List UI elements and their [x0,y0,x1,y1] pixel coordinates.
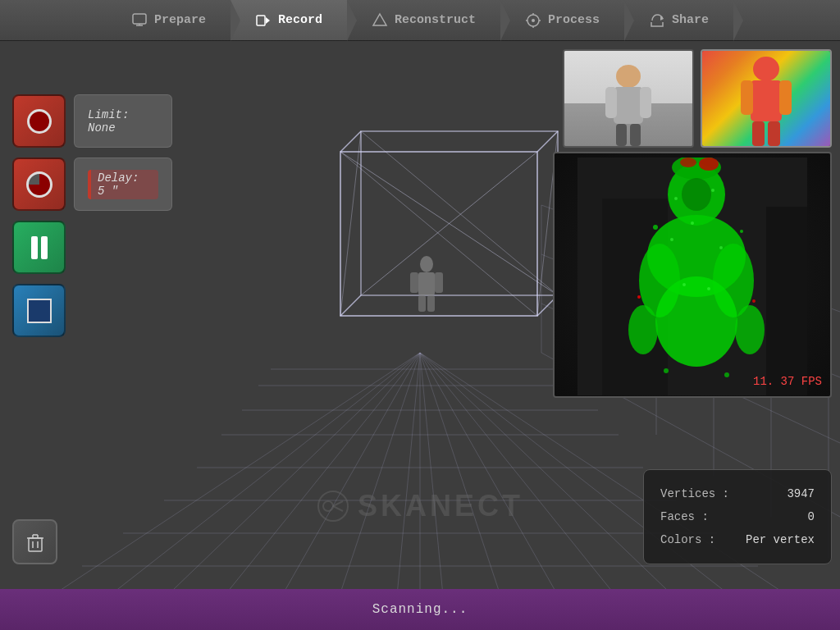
timer-button[interactable] [12,158,66,211]
faces-label: Faces : [660,505,709,528]
svg-line-52 [340,295,361,316]
svg-rect-64 [418,295,426,312]
fps-display: 11. 37 FPS [753,375,822,388]
nav-record[interactable]: Record [231,0,347,40]
svg-point-105 [682,283,686,286]
watermark-text: SKANECT [358,489,523,523]
left-controls-panel [12,94,66,337]
process-icon [525,12,541,29]
svg-point-95 [740,230,743,233]
svg-rect-65 [427,295,435,312]
reconstruct-icon [372,12,388,29]
main-area: .grid-line { stroke: rgba(180,180,220,0.… [0,41,840,630]
vertices-label: Vertices : [660,482,729,505]
delay-label: Delay: 5 " [88,170,158,199]
faces-value: 0 [808,505,815,528]
share-icon [649,12,665,29]
pause-bar-right [41,236,48,259]
prepare-icon [131,12,148,29]
rgb-camera-view [564,51,692,146]
rgb-preview [563,49,694,148]
svg-rect-72 [605,87,617,118]
nav-prepare-label: Prepare [154,13,206,27]
preview-panel [563,49,832,148]
svg-point-92 [699,158,719,171]
stats-panel: Vertices : 3947 Faces : 0 Colors : Per v… [643,469,832,564]
record-nav-icon [255,12,272,29]
svg-rect-63 [435,272,443,293]
svg-rect-78 [741,80,753,115]
record-button[interactable] [12,94,66,148]
svg-rect-79 [779,80,792,115]
vertices-value: 3947 [787,482,815,505]
svg-point-89 [628,305,658,354]
view-icon [27,299,52,323]
svg-point-106 [707,287,710,290]
nav-process-label: Process [548,13,600,27]
svg-point-90 [735,305,765,354]
delete-button[interactable] [12,519,57,564]
svg-rect-109 [29,538,42,551]
svg-point-88 [655,276,737,367]
colors-label: Colors : [660,528,715,551]
svg-rect-81 [768,121,780,146]
svg-point-102 [691,221,694,225]
trash-icon [24,531,47,554]
pause-button[interactable] [12,221,66,274]
nav-share-label: Share [672,13,709,27]
timer-icon [26,171,52,198]
limit-panel[interactable]: Limit: None [74,94,172,148]
colors-value: Per vertex [746,528,815,551]
delay-panel[interactable]: Delay: 5 " [74,158,172,211]
scan-preview-panel: 11. 37 FPS [553,152,832,398]
svg-point-94 [653,225,658,230]
svg-point-67 [323,501,333,511]
svg-rect-61 [418,272,435,295]
svg-point-100 [674,197,678,200]
stats-vertices-row: Vertices : 3947 [660,482,815,505]
svg-line-57 [361,131,558,295]
view-button[interactable] [12,284,66,337]
nav-reconstruct-label: Reconstruct [395,13,476,27]
pause-icon [31,236,48,259]
nav-prepare[interactable]: Prepare [107,0,231,40]
svg-point-76 [753,57,779,81]
svg-rect-75 [630,124,641,146]
nav-process[interactable]: Process [500,0,624,40]
svg-rect-3 [257,16,265,25]
nav-reconstruct[interactable]: Reconstruct [347,0,500,40]
svg-line-50 [340,131,361,152]
svg-line-69 [333,506,343,511]
svg-point-97 [752,299,756,303]
svg-point-93 [680,158,696,167]
svg-point-104 [719,246,723,249]
svg-point-103 [670,238,673,241]
svg-rect-0 [133,14,146,24]
svg-rect-62 [410,272,418,293]
scan-preview-inner: 11. 37 FPS [555,153,830,396]
svg-point-7 [532,19,535,22]
svg-point-98 [664,368,669,373]
settings-panels: Limit: None Delay: 5 " [74,94,172,211]
nav-record-label: Record [278,13,322,27]
depth-preview [701,49,832,148]
watermark: SKANECT [317,489,523,523]
nav-share[interactable]: Share [624,0,733,40]
svg-rect-77 [751,80,782,121]
svg-line-68 [333,501,343,506]
svg-point-99 [724,372,729,377]
svg-rect-74 [616,124,627,146]
status-bar: Scanning... [0,589,840,630]
svg-point-60 [420,256,433,272]
person-3d-figure [402,254,451,316]
svg-rect-108 [766,207,807,395]
svg-marker-5 [373,14,386,25]
record-icon [27,109,52,134]
svg-marker-4 [266,17,270,24]
svg-rect-73 [640,87,651,118]
svg-point-70 [616,65,641,88]
stats-colors-row: Colors : Per vertex [660,528,815,551]
limit-label: Limit: None [88,108,158,135]
pause-bar-left [31,236,38,259]
status-text: Scanning... [372,602,468,617]
